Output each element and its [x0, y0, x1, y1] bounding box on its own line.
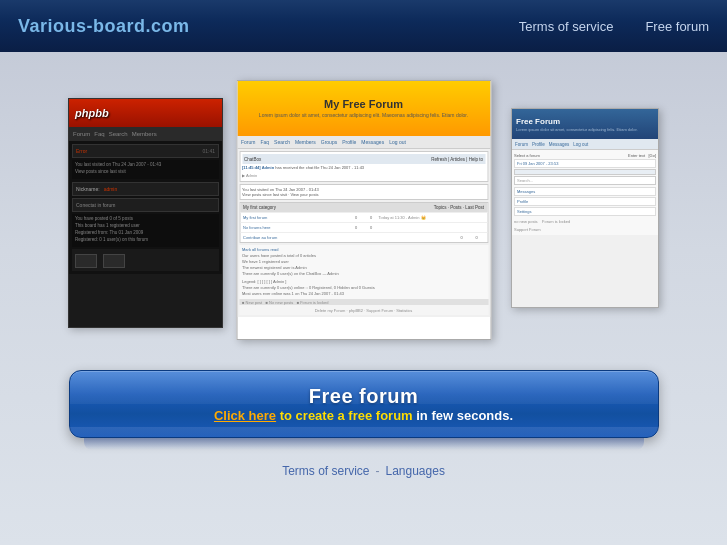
cta-button[interactable]: Free forum Click here to create a free f… [69, 370, 659, 438]
ss-center-header: My Free Forum Lorem ipsum dolor sit amet… [237, 81, 490, 136]
screenshot-left: phpbb Forum Faq Search Members Error 01:… [68, 98, 223, 328]
cta-end: in few seconds. [413, 408, 513, 423]
ss-center-body: ChatBox Refresh | Articles | Help to [11… [237, 149, 490, 317]
ss-right-title: Free Forum [516, 117, 654, 126]
screenshot-center: My Free Forum Lorem ipsum dolor sit amet… [236, 80, 491, 340]
screenshot-right: Free Forum Lorem ipsum dolor sit amet, c… [511, 108, 659, 308]
ss-left-row: Error 01:41 [72, 144, 219, 158]
footer-separator: - [375, 464, 379, 478]
cta-subtitle: Click here to create a free forum in few… [214, 408, 513, 423]
cta-glow [84, 436, 644, 450]
cta-middle: to create a free forum [276, 408, 413, 423]
site-logo: Various-board.com [18, 16, 190, 37]
ss-left-content: You last visited on Thu 24 Jan 2007 - 01… [72, 160, 219, 179]
cta-section: Free forum Click here to create a free f… [0, 370, 727, 438]
site-tld: .com [146, 16, 190, 36]
ss-center-nav: Forum Faq Search Members Groups Profile … [237, 136, 490, 149]
main-content: phpbb Forum Faq Search Members Error 01:… [0, 52, 727, 545]
ss-center-table: My first category Topics · Posts · Last … [239, 202, 488, 243]
ss-center-chatbox: ChatBox Refresh | Articles | Help to [11… [239, 151, 488, 182]
ss-left-row3: Conectat in forum [72, 198, 219, 212]
ss-right-header: Free Forum Lorem ipsum dolor sit amet, c… [512, 109, 658, 139]
ss-right-search: Search... [514, 176, 656, 185]
ss-left-nav: Forum Faq Search Members [69, 127, 222, 141]
ss-left-body: Error 01:41 You last visited on Thu 24 J… [69, 141, 222, 274]
ss-center-title: My Free Forum [324, 98, 403, 110]
ss-right-body: Select a forum Enter text [Go] Fri 09 Ja… [512, 150, 658, 235]
site-name: Various-board [18, 16, 146, 36]
cta-title: Free forum [309, 385, 418, 408]
footer-languages[interactable]: Languages [385, 464, 444, 478]
ss-right-nav: Forum Profile Messages Log out [512, 139, 658, 150]
ss-right-row: Fri 09 Jan 2007 - 23:53 [514, 159, 656, 168]
cta-click-here[interactable]: Click here [214, 408, 276, 423]
ss-left-logo: phpbb [75, 107, 109, 119]
main-nav: Terms of service Free forum [519, 19, 709, 34]
ss-center-desc: Lorem ipsum dolor sit amet, consectetur … [259, 112, 468, 119]
footer: Terms of service - Languages [282, 464, 445, 478]
ss-right-desc: Lorem ipsum dolor sit amet, consectetur … [516, 127, 654, 132]
nav-terms[interactable]: Terms of service [519, 19, 614, 34]
footer-terms[interactable]: Terms of service [282, 464, 369, 478]
ss-left-row2: Nickname: admin [72, 182, 219, 196]
ss-left-header: phpbb [69, 99, 222, 127]
nav-free-forum[interactable]: Free forum [645, 19, 709, 34]
site-header: Various-board.com Terms of service Free … [0, 0, 727, 52]
screenshots-row: phpbb Forum Faq Search Members Error 01:… [0, 80, 727, 350]
